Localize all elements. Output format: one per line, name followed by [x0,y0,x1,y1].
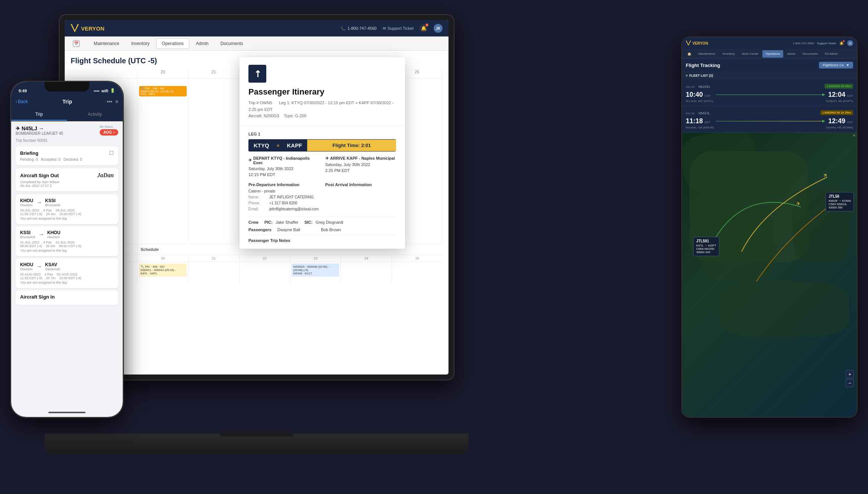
calendar-icon: 📅 [73,40,80,47]
tablet-nav-documents[interactable]: Documents [800,50,820,58]
nav-calendar[interactable]: 📅 [68,38,87,49]
route-to: KAPF [282,139,307,152]
phone-nav: ‹ Back Trip ••• ≡ [11,95,123,109]
phone-bottom-bar [11,412,123,413]
veryon-v-icon [71,24,79,32]
tablet-frame: VERYON 1-800-747-4560 Support Ticket 🔔 J… [682,37,857,417]
home-indicator [48,412,86,413]
phone-icon: 📞 [341,26,346,31]
leg-2-card: KSSI Brunswick → KHOU Houston 31-JUL-202… [16,226,118,256]
back-button[interactable]: ‹ Back [16,99,28,104]
leg-2-plane-icon: → [38,231,44,238]
fleet-1-arrow [716,95,823,95]
fleet-entry-1: Oct 10 N61591 LANDING IN 45m 10:40 CDT 1… [682,80,857,106]
plane-icon: ✈ [16,125,20,131]
tablet-nav-inventory[interactable]: Inventory [720,50,738,58]
veryon-brand: VERYON [81,25,105,32]
map-zoom-controls: + − [846,370,854,387]
back-chevron-icon: ‹ [16,99,17,104]
leg-1-from: KHOU Houston [20,198,33,207]
tablet-topbar: VERYON 1-800-747-4560 Support Ticket 🔔 J… [682,37,857,49]
leg-plane-icon: → [36,199,42,206]
laptop-base [45,434,469,454]
trip-notes: Passenger Trip Notes [248,235,396,243]
tablet-nav-operations[interactable]: Operations [762,50,783,58]
tablet-nav-home[interactable]: 🏠 [684,50,694,58]
checkbox-icon[interactable]: ☐ [109,150,114,156]
itinerary-header: ↗ Passenger Itinerary Trip # OWN5 Leg 1:… [239,57,405,126]
fleet-2-arrive-block: 12:49 CDT [828,117,853,125]
leg-2-to: KHOU Houston [47,230,60,239]
itinerary-title: Passenger Itinerary [248,87,396,97]
phone-frame: 9:49 ▪▪▪▪ wifi 🔋 ‹ Back Trip ••• ≡ Trip [11,82,123,417]
nav-documents[interactable]: Documents [215,38,248,49]
fleet-2-date-tail: Oct 10 N562JL [686,109,710,116]
tablet-support[interactable]: Support Ticket [817,42,836,45]
mx-badge: AOG › [100,129,118,136]
tab-trip[interactable]: Trip [11,109,67,121]
topbar-phone[interactable]: 📞 1-800-747-4560 [341,26,376,31]
sic-item: SIC: Greg Diognardi [304,220,343,224]
cal-day-21: 21 [189,70,239,78]
dropdown-icon: ▼ [846,63,849,67]
nav-inventory[interactable]: Inventory [126,38,155,49]
briefing-subtitle: Pending: 0 Accepted: 0 Declined: 0 [20,157,114,162]
caterer-name-row: Name: JET INFLIGHT CATERING [248,194,319,200]
tablet-nav-workcenter[interactable]: Work Center [739,50,762,58]
wifi-icon: wifi [102,89,108,93]
fleet-location-row-2: Moultrie, GA (KMGR) Omaha, NE (KOMA) [686,126,853,129]
leg-3-route: KHOU Houston → KSAV Savannah [20,262,114,271]
nav-maintenance[interactable]: Maintenance [89,38,125,49]
tablet-section-title: Flight Tracking [686,63,720,68]
landing-badge-1: LANDING IN 45m [824,84,853,89]
schedule-events-row: 🔧 PIC · SW · SIC N300CL · #00042 (09:15)… [71,262,443,284]
fleet-1-depart-block: 10:40 CDT [686,91,711,99]
fleet-entry-2-top: Oct 10 N562JL LANDING IN 1h 29m [686,109,853,116]
tablet-topbar-right: 1-800-747-4560 Support Ticket 🔔 JK [793,40,853,46]
tab-activity[interactable]: Activity [67,109,123,121]
menu-lines-icon[interactable]: ≡ [115,99,118,105]
flightdocs-button[interactable]: FlightDocs Co. ▼ [819,62,853,68]
tablet-nav-maintenance[interactable]: Maintenance [695,50,718,58]
fleet-location-row-1: St Louis, MO (KSTL) Gulfport, Ms (KGPT) [686,99,853,103]
veryon-logo: VERYON [71,24,105,32]
tablet-bell-badge [843,40,845,42]
leg-1-route: KHOU Houston → KSSI Brunswick [20,198,114,207]
more-dots-icon[interactable]: ••• [107,99,112,105]
crew-pic: Crew [248,220,258,224]
passengers-row: Passengers Dwayne Ball Bob Brown [248,227,396,232]
support-ticket-link[interactable]: ✉ Support Ticket [383,26,414,31]
aircraft-tail-info: ✈ N45LJ → BOMBARDIER LEARJET 45 [16,125,63,136]
zoom-out-button[interactable]: − [846,379,854,387]
crew-row: Crew PIC: Jake Shaffer SIC: Greg Diognar… [248,220,396,224]
fleet-1-date-tail: Oct 10 N61591 [686,83,710,89]
user-avatar[interactable]: JK [434,24,443,33]
aircraft-sign-out-card: Aircraft Sign Out JaDan Completed by Sam… [16,168,118,191]
flight-time-badge: Flight Time: 2:01 [307,140,396,151]
phone-screen: 9:49 ▪▪▪▪ wifi 🔋 ‹ Back Trip ••• ≡ Trip [11,82,123,417]
fleet-list-header: ≡ FLEET LIST (2) [682,71,857,80]
tablet-nav-admin[interactable]: Admin [784,50,799,58]
battery-icon: 🔋 [110,88,115,93]
depart-arrive-row: ✈ DEPART KTYQ - Indianapolis Exec Saturd… [248,156,396,178]
signal-icon: ▪▪▪▪ [94,89,100,93]
sign-out-title: Aircraft Sign Out JaDan [20,172,114,179]
phone-tabs: Trip Activity [11,109,123,121]
cal-event-1[interactable]: 🔧 PIC · SW · SIC #00042 (09:15) - (12:46… [139,86,187,96]
popup-divider [248,217,396,217]
zoom-in-button[interactable]: + [846,370,854,378]
sign-out-date: 29-JUL-2022 17:57 Z [20,184,114,188]
tablet-bell[interactable]: 🔔 [839,41,844,46]
leg-1-details: 29-JUL-2022 4 Pax 29-JUL-2022 [20,208,114,212]
nav-admin[interactable]: Admin [191,38,214,49]
fleet-time-row-1: 10:40 CDT 12:04 CDT [686,91,853,99]
caterer-phone-row: Phone: +1 317 804 8200 [248,200,319,206]
mail-icon: ✉ [383,26,386,31]
tablet-nav-fdadmin[interactable]: FD Admin [822,50,841,58]
leg-2-from: KSSI Brunswick [20,230,35,239]
fleet-time-row-2: 11:18 EDT 12:49 CDT [686,117,853,125]
map-callout-2: JTL56 KMGR → KOMA C56X N562JL 43000 350 [826,192,854,211]
leg-1-to: KSSI Brunswick [45,198,60,207]
nav-operations[interactable]: Operations [156,38,189,49]
notification-bell[interactable]: 🔔 1 [419,24,428,32]
